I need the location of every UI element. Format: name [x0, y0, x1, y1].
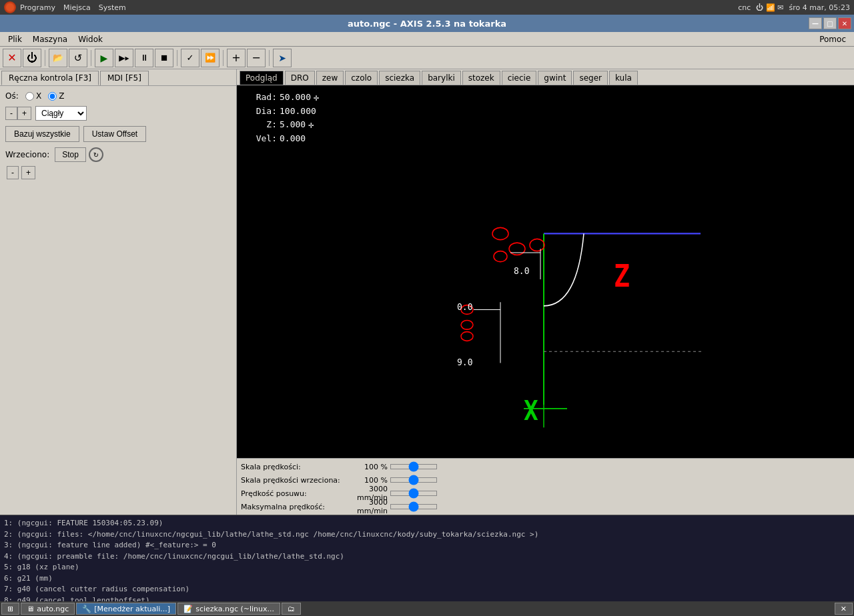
speed-label-3: Maksymalna prędkość: — [241, 503, 351, 511]
close-button[interactable]: ✕ — [838, 17, 851, 29]
tab-czolo[interactable]: czolo — [345, 71, 378, 85]
cnc-label: cnc — [738, 3, 751, 12]
tab-podglad[interactable]: Podgląd — [240, 71, 284, 85]
taskbar-item-1[interactable]: 🔧 [Menedżer aktuali...] — [76, 603, 176, 615]
maximize-button[interactable]: □ — [823, 17, 837, 29]
firefox-icon — [4, 1, 16, 13]
spindle-minus-button[interactable]: - — [7, 166, 19, 179]
tab-seger[interactable]: seger — [573, 71, 608, 85]
tab-stozek[interactable]: stozek — [462, 71, 500, 85]
axis-z-radio[interactable] — [48, 92, 57, 101]
log-line-3: 4: (ngcgui: preamble file: /home/cnc/lin… — [4, 551, 850, 563]
menu-maszyna[interactable]: Maszyna — [27, 33, 73, 45]
taskbar-item-0[interactable]: 🖥 auto.ngc — [21, 603, 75, 615]
menu-pomoc[interactable]: Pomoc — [814, 33, 851, 45]
speed-row-1: Skala prędkości wrzeciona: 100 % — [241, 473, 850, 487]
taskbar-item-1-icon: 🔧 — [82, 605, 91, 613]
speed-slider-0[interactable] — [390, 464, 437, 469]
speed-slider-3[interactable] — [390, 504, 437, 509]
left-controls: Oś: X Z - — [0, 86, 236, 515]
svg-text:8.0: 8.0 — [514, 265, 529, 276]
jog-row: - + Ciągły Krokowy — [5, 106, 231, 121]
reload-button[interactable]: ↺ — [69, 49, 87, 67]
tool-minus-button[interactable]: − — [247, 49, 266, 67]
svg-point-5 — [494, 251, 507, 262]
speed-label-2: Prędkość posuwu: — [241, 489, 351, 498]
separator-2 — [91, 50, 91, 66]
menu-plik[interactable]: Plik — [3, 33, 27, 45]
estop-button[interactable]: ✕ — [3, 49, 21, 67]
app-wrapper: Programy Miejsca System cnc ⏻ 📶 ✉ śro 4 … — [0, 0, 854, 616]
canvas-area[interactable]: Rad: 50.000 ✛ Dia: 100.000 Z: 5.000 ✛ — [237, 85, 854, 458]
toolbar: ✕ ⏻ 📂 ↺ ▶ ▶▸ ⏸ ⏹ ✓ ⏩ + − ➤ — [0, 47, 854, 69]
stop-button[interactable]: ⏹ — [155, 49, 173, 67]
right-tabs: Podgląd DRO zew czolo sciezka barylki st… — [237, 69, 854, 85]
tab-sciezka[interactable]: sciezka — [379, 71, 420, 85]
menu-system[interactable]: System — [99, 3, 126, 12]
right-side: Podgląd DRO zew czolo sciezka barylki st… — [237, 69, 854, 515]
taskbar-item-0-icon: 🖥 — [27, 605, 34, 613]
speed-row-0: Skala prędkości: 100 % — [241, 460, 850, 473]
taskbar-item-2[interactable]: 📝 sciezka.ngc (~linux... — [177, 603, 280, 615]
tab-dro[interactable]: DRO — [285, 71, 315, 85]
speed-value-3: 3000 mm/min — [351, 498, 388, 515]
tab-kula[interactable]: kula — [609, 71, 638, 85]
tab-manual-control[interactable]: Ręczna kontrola [F3] — [1, 71, 99, 85]
window-controls: — □ ✕ — [809, 17, 851, 29]
spindle-plus-button[interactable]: + — [21, 166, 35, 179]
spindle-spinner-icon[interactable]: ↻ — [89, 147, 103, 162]
taskbar-icon[interactable]: ⊞ — [1, 603, 19, 615]
separator-4 — [223, 50, 224, 66]
axis-x-label[interactable]: X — [25, 91, 41, 101]
tab-ciecie[interactable]: ciecie — [502, 71, 537, 85]
axis-z-label[interactable]: Z — [48, 91, 64, 101]
menu-miejsca[interactable]: Miejsca — [63, 3, 91, 12]
speed-row-3: Maksymalna prędkość: 3000 mm/min — [241, 500, 850, 513]
taskbar-item-2-label: sciezka.ngc (~linux... — [195, 605, 274, 613]
axis-x-radio[interactable] — [25, 92, 34, 101]
tool-plus-button[interactable]: + — [227, 49, 246, 67]
bazuj-row: Bazuj wszystkie Ustaw Offset — [5, 126, 231, 142]
jog-minus-button[interactable]: - — [5, 107, 17, 120]
system-right: cnc ⏻ 📶 ✉ śro 4 mar, 05:23 — [738, 3, 850, 12]
log-panel[interactable]: 1: (ngcgui: FEATURE 150304:05.23.09) 2: … — [0, 515, 854, 601]
log-line-1: 2: (ngcgui: files: </home/cnc/linuxcnc/n… — [4, 529, 850, 541]
menu-widok[interactable]: Widok — [73, 33, 108, 45]
svg-text:9.0: 9.0 — [457, 356, 472, 367]
open-button[interactable]: 📂 — [49, 49, 67, 67]
cnc-drawing: 8.0 0.0 9.0 Z X — [237, 85, 854, 458]
power-button[interactable]: ⏻ — [23, 49, 41, 67]
ustaw-offset-button[interactable]: Ustaw Offset — [83, 126, 146, 142]
wrzeciono-label: Wrzeciono: — [5, 150, 49, 159]
axis-x-text: X — [36, 91, 41, 101]
speed-value-0: 100 % — [351, 463, 388, 471]
stop-button[interactable]: Stop — [55, 147, 86, 162]
check-button[interactable]: ✓ — [181, 49, 199, 67]
speed-slider-1[interactable] — [390, 477, 437, 483]
menu-programy[interactable]: Programy — [20, 3, 55, 12]
tab-barylki[interactable]: barylki — [422, 71, 461, 85]
separator-1 — [45, 50, 45, 66]
tab-gwint[interactable]: gwint — [538, 71, 572, 85]
tab-mdi[interactable]: MDI [F5] — [100, 71, 149, 85]
run-from-line-button[interactable]: ▶▸ — [115, 49, 133, 67]
send-button[interactable]: ➤ — [273, 49, 292, 67]
taskbar-close-button[interactable]: ✕ — [835, 603, 853, 615]
svg-point-8 — [461, 321, 473, 330]
pause-button[interactable]: ⏸ — [135, 49, 153, 67]
bazuj-button[interactable]: Bazuj wszystkie — [5, 126, 79, 142]
run-button[interactable]: ▶ — [95, 49, 113, 67]
jog-mode-dropdown[interactable]: Ciągły Krokowy — [35, 106, 87, 121]
jog-plus-button[interactable]: + — [17, 107, 31, 120]
minimize-button[interactable]: — — [809, 17, 822, 29]
left-panel: Ręczna kontrola [F3] MDI [F5] Oś: X — [0, 69, 237, 515]
log-line-2: 3: (ngcgui: feature line added) #<_featu… — [4, 540, 850, 551]
tab-zew[interactable]: zew — [316, 71, 344, 85]
mdi-run-button[interactable]: ⏩ — [201, 49, 220, 67]
svg-text:X: X — [524, 395, 538, 427]
speed-slider-2[interactable] — [390, 491, 437, 496]
svg-point-9 — [461, 332, 473, 341]
svg-point-4 — [509, 243, 525, 255]
separator-3 — [177, 50, 177, 66]
taskbar-files-button[interactable]: 🗂 — [282, 603, 301, 615]
